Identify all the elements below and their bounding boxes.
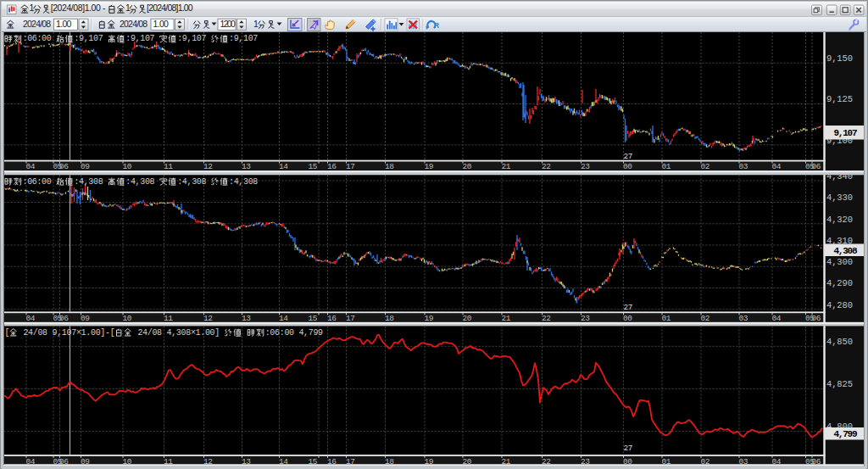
svg-text::9,107: :9,107 xyxy=(125,34,159,43)
svg-text:02: 02 xyxy=(701,314,710,323)
svg-text:4,850: 4,850 xyxy=(826,337,853,347)
svg-text:12: 12 xyxy=(203,314,213,323)
svg-text:2024/08: 2024/08 xyxy=(120,19,147,29)
svg-text:4,320: 4,320 xyxy=(826,215,853,225)
svg-text:03: 03 xyxy=(739,314,748,323)
svg-text:06: 06 xyxy=(59,314,69,323)
svg-text:13: 13 xyxy=(242,162,251,171)
svg-text:04: 04 xyxy=(26,314,36,323)
svg-text:[2024/08]1.00: [2024/08]1.00 xyxy=(147,3,193,13)
svg-text:01: 01 xyxy=(662,314,671,323)
svg-text:4,290: 4,290 xyxy=(826,278,853,288)
svg-text:9,125: 9,125 xyxy=(826,94,853,104)
svg-text::06:00: :06:00 xyxy=(23,177,57,187)
svg-text:22: 22 xyxy=(542,162,551,171)
svg-text:1: 1 xyxy=(253,19,259,29)
svg-text::4,308: :4,308 xyxy=(125,177,159,187)
svg-text:15: 15 xyxy=(309,314,318,323)
svg-text:4,340: 4,340 xyxy=(826,171,853,181)
svg-text:00: 00 xyxy=(623,162,632,171)
svg-text:4,330: 4,330 xyxy=(826,193,853,203)
svg-text:16: 16 xyxy=(327,162,337,171)
svg-text:27: 27 xyxy=(624,444,633,453)
svg-text:17: 17 xyxy=(346,314,355,323)
svg-text:19: 19 xyxy=(425,314,434,323)
svg-text:21: 21 xyxy=(502,162,511,171)
svg-text:20: 20 xyxy=(463,162,472,171)
svg-text::4,308: :4,308 xyxy=(177,177,211,187)
svg-text:22: 22 xyxy=(542,314,551,323)
svg-text:09: 09 xyxy=(81,314,90,323)
svg-text:24/08 4,308×1.00]: 24/08 4,308×1.00] xyxy=(133,328,225,338)
svg-text:1.00: 1.00 xyxy=(56,19,72,29)
svg-text:10: 10 xyxy=(123,162,132,171)
svg-text:06: 06 xyxy=(59,162,69,171)
svg-text::4,308: :4,308 xyxy=(229,177,258,187)
svg-text:03: 03 xyxy=(739,162,748,171)
svg-text:13: 13 xyxy=(242,314,251,323)
svg-text:19: 19 xyxy=(425,162,434,171)
svg-text:18: 18 xyxy=(385,162,394,171)
svg-text:10: 10 xyxy=(123,314,132,323)
svg-text:4,280: 4,280 xyxy=(826,300,853,310)
svg-text:2024/08: 2024/08 xyxy=(23,19,51,29)
svg-text:04: 04 xyxy=(772,314,782,323)
svg-text:14: 14 xyxy=(279,314,288,323)
svg-text:[2024/08]1.00 -: [2024/08]1.00 - xyxy=(51,3,108,13)
svg-text::06:00: :06:00 xyxy=(23,34,57,43)
svg-text::9,107: :9,107 xyxy=(74,34,108,43)
svg-text:24/08 9,107×1.00]-[: 24/08 9,107×1.00]-[ xyxy=(19,328,115,338)
svg-text:15: 15 xyxy=(309,162,318,171)
svg-text:9,150: 9,150 xyxy=(826,53,853,64)
svg-text:04: 04 xyxy=(772,162,782,171)
svg-text:14: 14 xyxy=(279,162,288,171)
svg-text::9,107: :9,107 xyxy=(177,34,211,43)
svg-text:06: 06 xyxy=(812,314,821,323)
svg-text:21: 21 xyxy=(502,314,511,323)
svg-text:27: 27 xyxy=(624,152,633,161)
svg-text:02: 02 xyxy=(701,162,710,171)
svg-text:[: [ xyxy=(5,328,10,338)
svg-text:01: 01 xyxy=(662,162,671,171)
svg-text::4,308: :4,308 xyxy=(74,177,108,187)
svg-text:16: 16 xyxy=(327,314,337,323)
svg-text:00: 00 xyxy=(623,314,632,323)
svg-text:1.00: 1.00 xyxy=(153,19,170,29)
svg-text::9,107: :9,107 xyxy=(229,34,258,43)
svg-text:27: 27 xyxy=(624,303,633,312)
svg-text:17: 17 xyxy=(346,162,355,171)
svg-text:4,300: 4,300 xyxy=(826,257,853,267)
svg-text:4,799: 4,799 xyxy=(834,429,858,439)
svg-text:11: 11 xyxy=(164,314,173,323)
svg-text:09: 09 xyxy=(81,162,90,171)
svg-text:4,825: 4,825 xyxy=(826,379,853,389)
svg-text:11: 11 xyxy=(164,162,173,171)
svg-text:23: 23 xyxy=(581,162,590,171)
svg-text::06:00 4,799: :06:00 4,799 xyxy=(265,328,323,338)
svg-text:06: 06 xyxy=(812,162,821,171)
svg-text:18: 18 xyxy=(385,314,394,323)
svg-text:1200: 1200 xyxy=(220,19,236,29)
svg-text:9,107: 9,107 xyxy=(834,128,858,138)
svg-text:R: R xyxy=(434,21,439,30)
svg-text:23: 23 xyxy=(581,314,590,323)
svg-text:4,308: 4,308 xyxy=(834,246,858,256)
svg-text:20: 20 xyxy=(463,314,472,323)
svg-text:04: 04 xyxy=(26,162,36,171)
svg-text:12: 12 xyxy=(203,162,213,171)
